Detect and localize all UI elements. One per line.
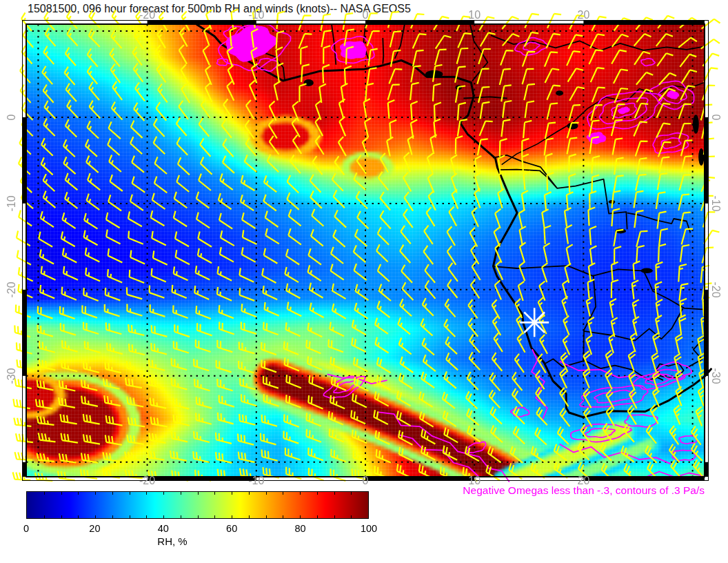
wind-barb: [285, 357, 299, 371]
wind-barb: [398, 317, 410, 334]
wind-barb: [425, 281, 436, 299]
wind-barb: [65, 67, 75, 85]
wind-barb: [293, 101, 299, 121]
wind-barb: [61, 231, 75, 246]
wind-barb: [434, 119, 441, 137]
lon-tick-label-top: -20: [139, 9, 155, 21]
wind-barb: [194, 379, 210, 391]
wind-barb: [603, 424, 613, 442]
wind-barb: [391, 50, 401, 67]
wind-barb: [422, 338, 434, 355]
wind-barb: [19, 210, 32, 226]
wind-barb: [310, 191, 322, 208]
wind-barb: [420, 411, 434, 426]
wind-barb: [156, 45, 165, 64]
wind-barb: [231, 9, 238, 28]
wind-barb: [285, 267, 299, 282]
wind-barb: [174, 324, 190, 337]
wind-barb: [151, 417, 168, 426]
wind-barb: [82, 306, 97, 318]
wind-barb: [105, 435, 122, 445]
wind-barb: [658, 173, 667, 190]
wind-barb: [522, 190, 528, 210]
wind-barb: [127, 304, 142, 315]
wind-barb: [375, 318, 388, 334]
wind-barb: [274, 81, 281, 101]
colorbar-tick: [266, 515, 267, 518]
wind-barb: [490, 406, 502, 424]
wind-barb: [289, 209, 301, 226]
wind-barb: [218, 266, 232, 281]
omega-contour: [618, 107, 629, 113]
wind-barb: [222, 119, 232, 138]
wind-barb: [43, 191, 56, 208]
wind-barb: [130, 137, 142, 154]
wind-barb: [520, 242, 526, 261]
wind-barb: [329, 411, 343, 425]
wind-barb: [83, 434, 100, 444]
colorbar-tick: [163, 492, 164, 495]
wind-barb: [242, 304, 256, 317]
wind-barb: [84, 230, 98, 246]
wind-barb: [106, 415, 123, 426]
wind-barb: [558, 426, 569, 444]
colorbar-title: RH, %: [157, 535, 187, 547]
wind-barb: [611, 209, 620, 227]
wind-barb: [376, 244, 388, 261]
wind-barb: [43, 46, 54, 64]
wind-barb: [421, 446, 435, 460]
wind-barb: [611, 262, 618, 281]
country-border: [463, 97, 507, 98]
wind-barb: [307, 429, 322, 442]
wind-barb: [290, 155, 301, 173]
wind-barb: [59, 453, 77, 462]
wind-barb: [501, 119, 510, 137]
wind-barb: [321, 14, 331, 31]
wind-barb: [653, 388, 660, 407]
wind-barb: [198, 232, 212, 247]
wind-barb: [545, 69, 560, 83]
wind-barb: [389, 69, 402, 83]
wind-barb: [149, 359, 165, 371]
wind-barb: [542, 263, 547, 282]
wind-barb: [500, 69, 511, 85]
lat-tick-label-left: 0: [6, 114, 18, 120]
frame-tick-bar-left: [23, 462, 26, 477]
wind-barb: [197, 323, 212, 335]
wind-barb: [155, 157, 168, 174]
wind-barb: [631, 333, 637, 352]
wind-barb: [239, 361, 254, 373]
wind-barb: [85, 268, 100, 282]
wind-barb: [645, 446, 657, 463]
wind-barb: [380, 192, 390, 210]
wind-barb: [480, 121, 493, 136]
wind-barb: [355, 284, 368, 300]
wind-barb: [489, 390, 501, 408]
wind-barb: [331, 449, 346, 462]
lon-tick-label-top: 10: [468, 9, 481, 21]
wind-barb: [397, 391, 411, 406]
wind-barb: [130, 195, 143, 210]
colorbar-tick: [351, 515, 352, 518]
wind-barb: [614, 70, 628, 84]
wind-barb: [330, 357, 345, 371]
frame-tick-bar-left: [23, 117, 26, 204]
colorbar-tick: [112, 492, 113, 495]
wind-barb: [43, 118, 54, 136]
wind-barb: [263, 286, 277, 299]
wind-barb: [150, 286, 165, 298]
wind-barb: [180, 28, 188, 47]
wind-barb: [262, 415, 277, 426]
wind-barb: [390, 120, 396, 139]
wind-barb: [310, 175, 321, 192]
colorbar-tick: [232, 492, 232, 495]
wind-barb: [38, 306, 53, 319]
wind-barb: [388, 100, 395, 119]
wind-barb: [397, 464, 412, 477]
wind-barb: [265, 211, 279, 227]
wind-barb: [588, 317, 594, 337]
wind-barb: [590, 246, 597, 264]
wind-barb: [352, 319, 366, 335]
wind-barb: [357, 211, 368, 229]
lon-tick-label-top: 0: [363, 9, 369, 21]
